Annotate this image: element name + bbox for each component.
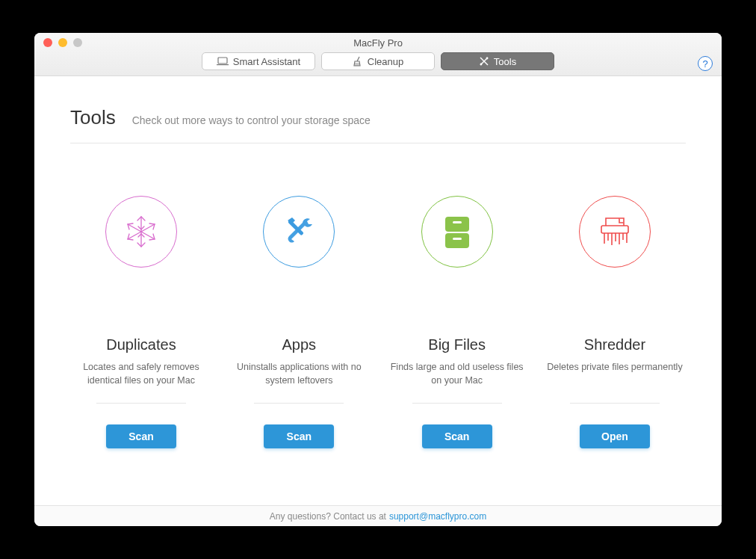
window-title: MacFly Pro — [353, 36, 403, 51]
scan-big-files-button[interactable]: Scan — [422, 424, 492, 448]
wrench-icon — [263, 196, 335, 268]
window-minimize-button[interactable] — [58, 38, 67, 47]
card-shredder-desc: Deletes private files permanently — [547, 361, 682, 388]
window-maximize-button[interactable] — [73, 38, 82, 47]
footer: Any questions? Contact us at support@mac… — [34, 505, 722, 526]
window-close-button[interactable] — [43, 38, 52, 47]
card-duplicates-desc: Locates and safely removes identical fil… — [70, 361, 212, 388]
laptop-icon — [217, 57, 229, 66]
support-email-link[interactable]: support@macflypro.com — [389, 511, 486, 522]
tab-cleanup-label: Cleanup — [368, 56, 403, 67]
divider — [254, 403, 344, 404]
card-shredder-title: Shredder — [584, 336, 645, 353]
tab-tools[interactable]: Tools — [441, 52, 554, 70]
svg-line-2 — [357, 57, 359, 61]
card-big-files: Big Files Finds large and old useless fi… — [386, 196, 528, 505]
tab-tools-label: Tools — [494, 56, 516, 67]
titlebar: MacFly Pro Smart Assistant Cleanup Tools — [34, 33, 722, 76]
page-title: Tools — [70, 106, 116, 129]
svg-point-9 — [486, 58, 488, 60]
open-shredder-button[interactable]: Open — [580, 424, 650, 448]
tab-cleanup[interactable]: Cleanup — [321, 52, 435, 70]
svg-rect-1 — [217, 64, 229, 65]
shredder-icon — [579, 196, 651, 268]
card-duplicates: Duplicates Locates and safely removes id… — [70, 196, 212, 505]
page-heading-row: Tools Check out more ways to control you… — [70, 106, 686, 143]
card-apps: Apps Uninstalls applications with no sys… — [228, 196, 370, 505]
svg-point-8 — [480, 64, 482, 66]
traffic-lights — [43, 38, 82, 47]
divider — [570, 403, 660, 404]
broom-icon — [353, 56, 363, 67]
snowflake-icon — [105, 196, 177, 268]
app-window: MacFly Pro Smart Assistant Cleanup Tools — [34, 33, 722, 526]
segmented-control: Smart Assistant Cleanup Tools — [202, 52, 554, 70]
tab-smart-assistant-label: Smart Assistant — [233, 56, 300, 67]
scan-duplicates-button[interactable]: Scan — [106, 424, 176, 448]
svg-rect-17 — [453, 238, 462, 240]
svg-rect-15 — [445, 233, 469, 248]
card-big-files-desc: Finds large and old useless files on you… — [386, 361, 528, 388]
svg-rect-16 — [453, 221, 462, 223]
content-area: Tools Check out more ways to control you… — [34, 76, 722, 505]
svg-rect-14 — [445, 217, 469, 232]
footer-text: Any questions? Contact us at — [270, 511, 386, 522]
scan-apps-button[interactable]: Scan — [264, 424, 334, 448]
tools-icon — [479, 56, 489, 67]
divider — [96, 403, 186, 404]
card-big-files-title: Big Files — [428, 336, 486, 353]
drawer-icon — [421, 196, 493, 268]
svg-rect-18 — [601, 226, 628, 233]
card-duplicates-title: Duplicates — [106, 336, 176, 353]
card-apps-desc: Uninstalls applications with no system l… — [228, 361, 370, 388]
cards-row: Duplicates Locates and safely removes id… — [70, 143, 686, 505]
tab-smart-assistant[interactable]: Smart Assistant — [202, 52, 315, 70]
page-subtitle: Check out more ways to control your stor… — [132, 114, 371, 126]
svg-rect-0 — [218, 58, 227, 64]
help-button[interactable]: ? — [698, 56, 713, 71]
card-apps-title: Apps — [282, 336, 317, 353]
divider — [412, 403, 502, 404]
card-shredder: Shredder Deletes private files permanent… — [544, 196, 686, 505]
